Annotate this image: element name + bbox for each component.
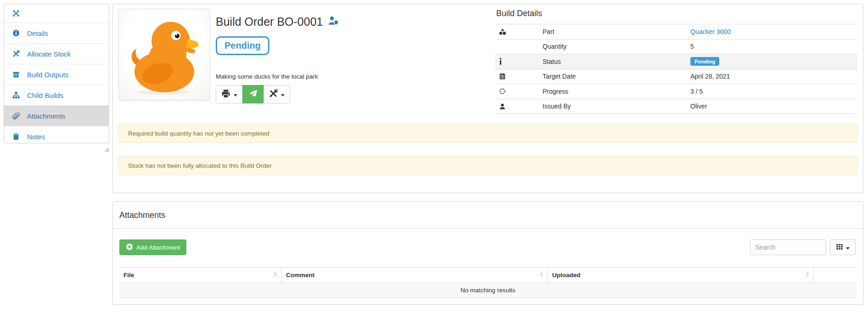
part-link[interactable]: Quacker 3000: [690, 28, 731, 35]
action-button-group: [216, 85, 290, 103]
shapes-icon: [499, 28, 543, 35]
sidebar-item-label: Allocate Stock: [27, 50, 71, 58]
clipboard-icon: [12, 133, 20, 140]
add-attachment-label: Add Attachment: [136, 244, 180, 251]
attachments-table: File Comment Uploaded: [119, 267, 857, 298]
sidebar-item-label: Details: [27, 29, 48, 37]
plus-circle-icon: [126, 243, 133, 252]
sidebar-item-build-outputs[interactable]: Build Outputs: [4, 64, 109, 85]
column-header-comment[interactable]: Comment: [281, 267, 548, 283]
calendar-icon: [499, 73, 543, 80]
sidebar: Details Allocate Stock Build Outputs Chi…: [4, 4, 109, 143]
detail-value: 5: [690, 43, 857, 50]
build-details-panel: Build Details Part Quacker 3000 Quantity…: [495, 9, 857, 114]
add-attachment-button[interactable]: Add Attachment: [119, 239, 186, 255]
build-description: Making some ducks for the local park: [216, 73, 318, 80]
detail-label: Quantity: [543, 43, 690, 50]
columns-dropdown-button[interactable]: [830, 239, 856, 255]
detail-row-target-date: Target Date April 28, 2021: [495, 69, 857, 84]
detail-value: Quacker 3000: [690, 28, 857, 35]
sidebar-item-allocate-stock[interactable]: Allocate Stock: [4, 43, 109, 64]
sidebar-expand-toggle[interactable]: [4, 4, 109, 23]
info-circle-icon: [12, 29, 20, 37]
sitemap-icon: [12, 91, 20, 99]
alert-stock-unallocated: Stock has not been fully allocated to th…: [118, 156, 857, 175]
status-outline-badge: Pending: [216, 36, 269, 55]
detail-label: Part: [543, 28, 690, 35]
detail-label: Progress: [543, 88, 690, 95]
attachments-panel: Attachments Add Attachment File: [112, 201, 863, 305]
sidebar-item-attachments[interactable]: Attachments: [4, 105, 109, 126]
part-thumbnail[interactable]: [118, 9, 210, 101]
tools-icon: [269, 89, 278, 99]
detail-row-quantity: Quantity 5: [495, 39, 857, 54]
th-grid-icon: [836, 243, 843, 252]
sidebar-item-label: Build Outputs: [27, 71, 68, 79]
sidebar-item-label: Attachments: [27, 112, 65, 120]
attachments-title: Attachments: [113, 202, 863, 229]
detail-row-progress: Progress 3 / 5: [495, 84, 857, 99]
detail-row-part: Part Quacker 3000: [495, 24, 857, 39]
alert-build-incomplete: Required build quantity has not yet been…: [118, 124, 857, 143]
page-title: Build Order BO-0001: [216, 15, 339, 28]
column-header-actions: [814, 267, 857, 283]
build-actions-button[interactable]: [263, 85, 290, 103]
detail-label: Target Date: [543, 73, 690, 80]
print-actions-button[interactable]: [216, 85, 243, 103]
sidebar-item-details[interactable]: Details: [4, 23, 109, 43]
expand-icon: [12, 10, 20, 17]
paper-plane-button[interactable]: [242, 85, 264, 103]
app-root: Details Allocate Stock Build Outputs Chi…: [0, 0, 868, 313]
sort-icon: [806, 271, 810, 279]
caret-down-icon: [281, 91, 285, 98]
search-input[interactable]: [750, 239, 826, 255]
attachments-table-header: File Comment Uploaded: [119, 267, 857, 283]
boxes-icon: [12, 71, 20, 78]
resize-grip[interactable]: [103, 146, 109, 154]
printer-icon: [221, 89, 230, 100]
detail-row-issued-by: Issued By Oliver: [495, 99, 857, 114]
detail-value: April 28, 2021: [690, 73, 857, 80]
column-header-file[interactable]: File: [119, 267, 281, 283]
sidebar-item-label: Child Builds: [27, 91, 63, 99]
detail-value: Oliver: [690, 102, 857, 110]
spinner-icon: [499, 88, 543, 95]
sidebar-item-notes[interactable]: Notes: [4, 126, 109, 143]
tools-icon: [12, 50, 20, 57]
detail-value: 3 / 5: [690, 88, 857, 95]
sidebar-item-label: Notes: [27, 133, 45, 141]
paperclip-icon: [12, 112, 20, 120]
sort-icon: [273, 271, 277, 279]
info-icon: [499, 58, 543, 65]
duck-image: [122, 12, 207, 97]
status-badge: Pending: [690, 57, 719, 66]
build-details-title: Build Details: [496, 9, 857, 18]
user-shield-icon: [328, 15, 339, 28]
caret-down-icon: [846, 244, 850, 251]
sidebar-item-child-builds[interactable]: Child Builds: [4, 85, 109, 105]
user-icon: [499, 103, 543, 110]
page-title-text: Build Order BO-0001: [216, 15, 323, 28]
detail-label: Issued By: [543, 102, 690, 110]
empty-table-message: No matching results: [119, 283, 857, 298]
sort-icon: [539, 271, 543, 279]
build-order-panel: Build Order BO-0001 Pending Making some …: [112, 4, 863, 193]
detail-row-status: Status Pending: [495, 54, 857, 69]
column-header-uploaded[interactable]: Uploaded: [548, 267, 814, 283]
detail-label: Status: [543, 58, 690, 65]
paper-plane-icon: [249, 89, 258, 99]
detail-value: Pending: [690, 57, 857, 66]
caret-down-icon: [234, 91, 237, 98]
